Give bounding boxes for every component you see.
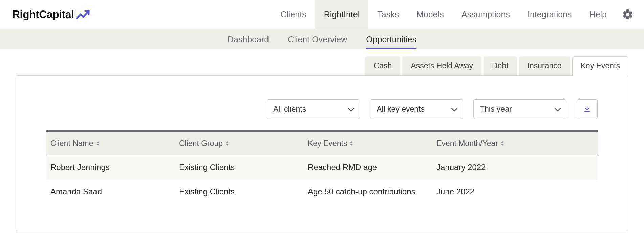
tab-assets-held-away[interactable]: Assets Held Away <box>402 56 481 76</box>
table-cell: Existing Clients <box>175 180 304 204</box>
topnav-item-models[interactable]: Models <box>408 0 453 29</box>
subnav-item-opportunities[interactable]: Opportunities <box>357 29 426 49</box>
sort-icon <box>226 141 229 146</box>
topnav-item-label: Help <box>589 9 607 19</box>
subnav-item-dashboard[interactable]: Dashboard <box>218 29 278 49</box>
topnav-item-integrations[interactable]: Integrations <box>519 0 581 29</box>
chevron-down-icon <box>451 105 457 114</box>
top-nav: RightCapital ClientsRightIntelTasksModel… <box>0 0 644 29</box>
table-body: Robert JenningsExisting ClientsReached R… <box>46 155 598 204</box>
table-header-row: Client Name Client Group Key Events <box>46 132 598 155</box>
filter-period-value: This year <box>480 105 512 114</box>
table-cell: Existing Clients <box>175 155 304 180</box>
filter-events-select[interactable]: All key events <box>370 99 463 119</box>
tab-key-events[interactable]: Key Events <box>572 56 628 76</box>
tab-debt[interactable]: Debt <box>484 56 517 76</box>
tab-label: Debt <box>492 61 509 70</box>
top-nav-items: ClientsRightIntelTasksModelsAssumptionsI… <box>272 0 616 29</box>
key-events-panel: All clients All key events This year <box>16 75 628 231</box>
col-header-key-events[interactable]: Key Events <box>304 132 432 155</box>
download-button[interactable] <box>577 99 598 119</box>
brand-name: RightCapital <box>12 8 74 21</box>
tab-label: Key Events <box>581 61 620 70</box>
col-header-label: Client Name <box>50 139 93 148</box>
chevron-down-icon <box>555 105 561 114</box>
topnav-item-label: Assumptions <box>461 9 510 19</box>
topnav-item-label: Clients <box>280 9 306 19</box>
opportunity-tabs: CashAssets Held AwayDebtInsuranceKey Eve… <box>0 49 644 76</box>
filter-period-select[interactable]: This year <box>473 99 566 119</box>
col-header-label: Client Group <box>179 139 223 148</box>
col-header-client-group[interactable]: Client Group <box>175 132 304 155</box>
table-cell: June 2022 <box>432 180 598 204</box>
tab-label: Assets Held Away <box>411 61 473 70</box>
topnav-item-clients[interactable]: Clients <box>272 0 315 29</box>
key-events-table: Client Name Client Group Key Events <box>46 130 598 204</box>
topnav-item-label: Models <box>416 9 444 19</box>
brand-arrow-icon <box>76 9 90 20</box>
sub-nav: DashboardClient OverviewOpportunities <box>0 29 644 49</box>
topnav-item-label: RightIntel <box>324 9 360 19</box>
tab-label: Insurance <box>528 61 562 70</box>
sort-icon <box>501 141 504 146</box>
subnav-item-client-overview[interactable]: Client Overview <box>278 29 357 49</box>
brand-logo[interactable]: RightCapital <box>12 8 90 21</box>
filter-events-value: All key events <box>377 105 425 114</box>
table-cell: Reached RMD age <box>304 155 432 180</box>
sort-icon <box>350 141 353 146</box>
topnav-item-help[interactable]: Help <box>581 0 616 29</box>
topnav-item-label: Tasks <box>377 9 399 19</box>
col-header-label: Event Month/Year <box>436 139 498 148</box>
subnav-item-label: Dashboard <box>228 35 269 44</box>
table-row[interactable]: Robert JenningsExisting ClientsReached R… <box>46 155 598 180</box>
filter-row: All clients All key events This year <box>46 99 598 119</box>
topnav-item-tasks[interactable]: Tasks <box>368 0 408 29</box>
settings-gear-button[interactable] <box>616 8 644 21</box>
table-cell: Age 50 catch-up contributions <box>304 180 432 204</box>
filter-clients-value: All clients <box>273 105 306 114</box>
filter-clients-select[interactable]: All clients <box>267 99 360 119</box>
download-icon <box>583 105 591 113</box>
tab-label: Cash <box>374 61 392 70</box>
topnav-item-assumptions[interactable]: Assumptions <box>453 0 519 29</box>
subnav-item-label: Client Overview <box>288 35 347 44</box>
tab-insurance[interactable]: Insurance <box>519 56 570 76</box>
table-cell: Robert Jennings <box>46 155 175 180</box>
col-header-client-name[interactable]: Client Name <box>46 132 175 155</box>
topnav-item-label: Integrations <box>528 9 572 19</box>
sort-icon <box>96 141 100 146</box>
table-cell: Amanda Saad <box>46 180 175 204</box>
table-row[interactable]: Amanda SaadExisting ClientsAge 50 catch-… <box>46 180 598 204</box>
topnav-item-rightintel[interactable]: RightIntel <box>315 0 369 29</box>
gear-icon <box>622 8 634 21</box>
col-header-event-month-year[interactable]: Event Month/Year <box>432 132 598 155</box>
subnav-item-label: Opportunities <box>366 35 416 44</box>
table-cell: January 2022 <box>432 155 598 180</box>
col-header-label: Key Events <box>308 139 347 148</box>
tab-cash[interactable]: Cash <box>365 56 401 76</box>
chevron-down-icon <box>348 105 354 114</box>
